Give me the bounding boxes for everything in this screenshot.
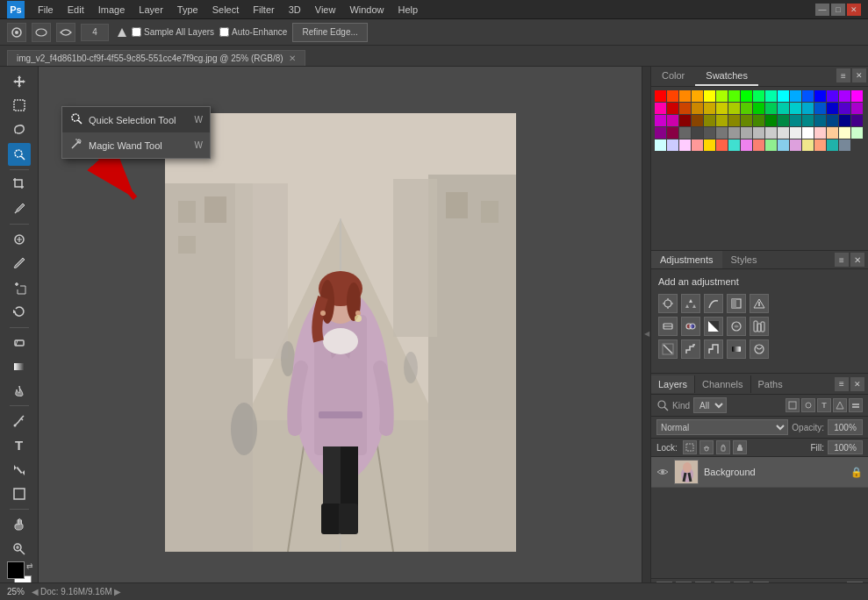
color-swatch[interactable] [790,103,801,114]
lock-all-icon[interactable] [733,440,747,454]
fill-input[interactable] [828,440,863,454]
menu-file[interactable]: File [32,3,60,17]
color-swatch[interactable] [692,90,703,102]
adj-panel-collapse-icon[interactable]: ≡ [835,253,849,267]
layer-kind-select[interactable]: All [693,397,727,413]
color-swatch[interactable] [679,139,691,151]
color-swatch[interactable] [704,127,715,139]
color-swatch[interactable] [667,103,678,114]
threshold-adjustment-icon[interactable] [704,339,723,359]
color-swatch[interactable] [679,115,691,126]
color-swatch[interactable] [753,103,764,114]
vibrance-adjustment-icon[interactable] [750,294,769,313]
color-swatch[interactable] [753,115,764,126]
color-swatch[interactable] [814,115,826,126]
smart-filter-icon[interactable] [849,398,863,412]
adjustments-tab[interactable]: Adjustments [651,251,722,268]
color-swatch[interactable] [851,90,863,102]
curves-adjustment-icon[interactable] [704,294,723,313]
color-swatch[interactable] [802,139,814,151]
color-swatch[interactable] [851,103,863,114]
color-swatch[interactable] [839,103,850,114]
document-tab[interactable]: img_v2_f4d861b0-cf9f-4f55-9c85-551cc4e7f… [7,50,305,66]
color-swatch[interactable] [753,127,764,139]
menu-help[interactable]: Help [392,3,425,17]
color-swatch[interactable] [778,139,789,151]
crop-tool-button[interactable] [8,174,31,196]
color-swatch[interactable] [692,139,703,151]
menu-layer[interactable]: Layer [133,3,169,17]
minimize-button[interactable]: — [815,4,829,16]
color-swatch[interactable] [827,127,838,139]
menu-3d[interactable]: 3D [283,3,307,17]
eraser-tool-button[interactable] [8,332,31,354]
panel-collapse-strip[interactable]: ◀ [642,67,650,600]
swatches-tab[interactable]: Swatches [695,67,758,86]
menu-type[interactable]: Type [171,3,204,17]
bw-adjustment-icon[interactable] [704,317,723,336]
layers-panel-menu-icon[interactable]: ≡ [835,377,849,391]
color-swatch[interactable] [716,115,728,126]
color-swatch[interactable] [765,90,777,102]
color-swatch[interactable] [814,127,826,139]
shape-tool-button[interactable] [8,482,31,505]
clone-stamp-tool-button[interactable] [8,276,31,299]
color-swatch[interactable] [655,103,666,114]
panel-menu-icon[interactable]: ≡ [836,68,850,82]
color-swatch[interactable] [778,103,789,114]
gradient-tool-button[interactable] [8,355,31,378]
color-swatch[interactable] [778,127,789,139]
color-swatch[interactable] [655,139,666,151]
blend-mode-select[interactable]: Normal [656,419,788,435]
brush-mode-icon[interactable] [56,23,75,42]
color-swatch[interactable] [692,103,703,114]
styles-tab[interactable]: Styles [722,251,766,268]
color-swatch[interactable] [667,90,678,102]
color-swatch[interactable] [839,127,850,139]
color-swatch[interactable] [839,139,850,151]
color-swatch[interactable] [765,139,777,151]
quick-selection-tool-option[interactable]: Quick Selection Tool W [62,107,210,132]
color-swatch[interactable] [692,127,703,139]
color-swatch[interactable] [790,127,801,139]
text-tool-button[interactable]: T [8,434,31,457]
menu-window[interactable]: Window [343,3,390,17]
brush-tip-icon[interactable] [32,23,51,42]
color-swatch[interactable] [851,115,863,126]
color-swatch[interactable] [753,90,764,102]
color-swatch[interactable] [802,90,814,102]
photo-filter-adjustment-icon[interactable] [727,317,746,336]
panel-close-icon[interactable]: ✕ [852,68,866,82]
menu-view[interactable]: View [309,3,342,17]
lock-image-pixels-icon[interactable] [699,440,714,454]
color-swatch[interactable] [741,115,752,126]
color-swatch[interactable] [716,139,728,151]
quick-selection-tool-button[interactable] [8,143,31,166]
menu-select[interactable]: Select [206,3,246,17]
color-swatch[interactable] [741,90,752,102]
history-brush-tool-button[interactable] [8,301,31,324]
color-swatch[interactable] [839,90,850,102]
menu-filter[interactable]: Filter [247,3,280,17]
color-tab[interactable]: Color [651,67,695,86]
type-filter-icon[interactable]: T [817,398,831,412]
color-swatch[interactable] [655,90,666,102]
document-canvas[interactable] [165,113,516,554]
menu-edit[interactable]: Edit [61,3,90,17]
color-swatch[interactable] [814,90,826,102]
hand-tool-button[interactable] [8,513,31,536]
color-balance-adjustment-icon[interactable] [681,317,700,336]
layer-visibility-toggle[interactable] [656,466,669,478]
adjustment-filter-icon[interactable] [801,398,815,412]
zoom-tool-button[interactable] [8,538,31,561]
color-swatch[interactable] [704,139,715,151]
shape-filter-icon[interactable] [833,398,847,412]
color-swatch[interactable] [765,103,777,114]
color-swatch[interactable] [802,115,814,126]
channels-tab[interactable]: Channels [695,375,750,393]
color-swatch[interactable] [667,127,678,139]
color-swatch[interactable] [679,103,691,114]
color-swatch[interactable] [704,90,715,102]
color-swatch[interactable] [728,139,740,151]
channel-mixer-adjustment-icon[interactable] [750,317,769,336]
